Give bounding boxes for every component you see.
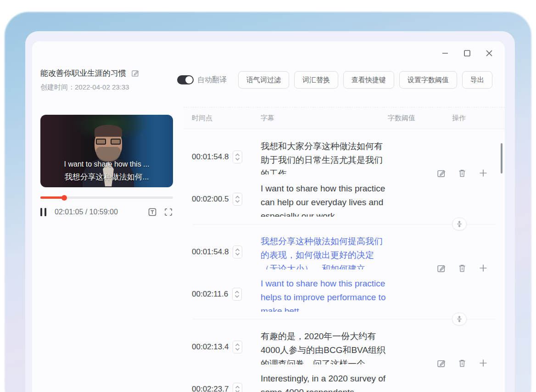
timestamp-stepper[interactable] — [233, 341, 242, 353]
subtitle-pair-group: 00:02:13.4 有趣的是，2020年一份大约有4000人参与的由BCG和B… — [184, 319, 505, 392]
header-word-threshold: 字数阈值 — [388, 114, 452, 123]
edit-subtitle-button[interactable] — [436, 358, 446, 368]
filler-word-filter-button[interactable]: 语气词过滤 — [238, 71, 289, 89]
window-controls — [440, 48, 495, 59]
subtitle-text[interactable]: Interestingly, in a 2020 survey of some … — [261, 372, 388, 392]
header-timepoint: 时间点 — [192, 114, 261, 123]
close-button[interactable] — [484, 48, 495, 59]
add-subtitle-button[interactable] — [478, 263, 488, 273]
auto-translate-label: 自动翻译 — [197, 75, 227, 85]
timestamp-stepper[interactable] — [233, 246, 242, 258]
timestamp-cell: 00:01:54.8 — [192, 235, 261, 269]
timestamp-value: 00:01:54.8 — [192, 152, 229, 162]
window-header: 能改善你职业生涯的习惯 创建时间：2022-04-02 23:33 自动翻译 语… — [40, 68, 492, 92]
subtitle-text[interactable]: 我想和大家分享这种做法如何有助于我们的日常生活尤其是我们的工作 — [261, 140, 388, 174]
subtitle-text[interactable]: 我想分享这种做法如何提高我们的表现，如何做出更好的决定（无论大小），和如何建立 — [261, 235, 388, 269]
player-panel: I want to share how this ... 我想分享这种做法如何.… — [32, 107, 184, 392]
subtitle-text[interactable]: I want to share how this practice helps … — [261, 277, 388, 312]
delete-subtitle-button[interactable] — [458, 168, 467, 178]
subtitle-text-cell: I want to share how this practice can he… — [261, 182, 388, 217]
timestamp-value: 00:02:13.4 — [192, 342, 229, 352]
auto-translate-toggle[interactable] — [177, 75, 194, 84]
subtitle-pair-group: 00:01:54.8 我想和大家分享这种做法如何有助于我们的日常生活尤其是我们的… — [184, 129, 505, 224]
player-controls: 02:01:05 / 10:59:00 — [40, 207, 173, 217]
delete-subtitle-button[interactable] — [458, 263, 467, 273]
video-subtitle-overlay: I want to share how this ... 我想分享这种做法如何.… — [40, 158, 173, 184]
subtitle-text-cell: Interestingly, in a 2020 survey of some … — [261, 372, 388, 392]
timestamp-value: 00:02:11.6 — [192, 290, 228, 299]
timestamp-cell: 00:02:11.6 — [192, 277, 261, 312]
table-header: 时间点 字幕 字数阈值 操作 — [184, 107, 505, 129]
row-actions — [436, 168, 488, 178]
app-window: 能改善你职业生涯的习惯 创建时间：2022-04-02 23:33 自动翻译 语… — [32, 41, 505, 392]
title-block: 能改善你职业生涯的习惯 创建时间：2022-04-02 23:33 — [40, 68, 140, 92]
minimize-button[interactable] — [440, 48, 451, 59]
add-subtitle-button[interactable] — [478, 358, 488, 368]
subtitle-row: 00:02:11.6 I want to share how this prac… — [184, 277, 505, 312]
set-word-threshold-button[interactable]: 设置字数阈值 — [399, 71, 457, 89]
timestamp-stepper[interactable] — [232, 288, 242, 301]
maximize-button[interactable] — [462, 48, 473, 59]
subtitle-text[interactable]: I want to share how this practice can he… — [261, 182, 388, 217]
video-preview[interactable]: I want to share how this ... 我想分享这种做法如何.… — [40, 115, 173, 187]
vocabulary-replace-button[interactable]: 词汇替换 — [294, 71, 338, 89]
auto-translate-control: 自动翻译 — [177, 75, 227, 85]
edit-subtitle-button[interactable] — [436, 168, 446, 178]
scrollbar-thumb[interactable] — [501, 143, 502, 174]
pause-button[interactable] — [40, 208, 46, 216]
timestamp-stepper[interactable] — [233, 151, 242, 163]
subtitle-table: 时间点 字幕 字数阈值 操作 00:01:54.8 我想和大家分享这种做法如何有… — [184, 107, 505, 392]
timestamp-value: 00:02:00.5 — [192, 195, 229, 204]
timestamp-stepper[interactable] — [233, 193, 242, 206]
timestamp-cell: 00:02:00.5 — [192, 182, 261, 217]
add-subtitle-button[interactable] — [478, 168, 488, 178]
toggle-knob — [185, 76, 193, 84]
row-actions — [436, 358, 488, 368]
row-actions — [436, 263, 488, 273]
header-subtitle: 字幕 — [261, 114, 388, 123]
subtitle-row: 00:02:00.5 I want to share how this prac… — [184, 182, 505, 217]
timestamp-value: 00:01:54.8 — [192, 247, 229, 257]
page-background: 能改善你职业生涯的习惯 创建时间：2022-04-02 23:33 自动翻译 语… — [0, 0, 536, 392]
view-shortcuts-button[interactable]: 查看快捷键 — [343, 71, 394, 89]
edit-title-icon[interactable] — [131, 69, 140, 78]
subtitle-text-cell: I want to share how this practice helps … — [261, 277, 388, 312]
main-content: I want to share how this ... 我想分享这种做法如何.… — [32, 107, 505, 392]
subtitle-text-cell: 有趣的是，2020年一份大约有4000人参与的由BCG和BVA组织的调查问卷，问… — [261, 330, 388, 364]
progress-fill — [40, 196, 64, 199]
timestamp-cell: 00:02:13.4 — [192, 330, 261, 364]
edit-subtitle-button[interactable] — [436, 263, 446, 273]
created-time: 创建时间：2022-04-02 23:33 — [40, 83, 140, 92]
export-button[interactable]: 导出 — [462, 71, 492, 89]
toolbar: 自动翻译 语气词过滤 词汇替换 查看快捷键 设置字数阈值 导出 — [177, 71, 492, 89]
subtitle-pair-group: 00:01:54.8 我想分享这种做法如何提高我们的表现，如何做出更好的决定（无… — [184, 224, 505, 319]
timestamp-stepper[interactable] — [233, 383, 242, 392]
subtitle-text-cell: 我想分享这种做法如何提高我们的表现，如何做出更好的决定（无论大小），和如何建立 — [261, 235, 388, 269]
playback-time: 02:01:05 / 10:59:00 — [55, 208, 118, 216]
progress-handle[interactable] — [61, 195, 67, 201]
progress-bar[interactable] — [40, 196, 173, 199]
subtitle-text-cell: 我想和大家分享这种做法如何有助于我们的日常生活尤其是我们的工作 — [261, 140, 388, 174]
video-subtitle-zh: 我想分享这种做法如何... — [40, 170, 173, 184]
delete-subtitle-button[interactable] — [458, 358, 467, 368]
subtitle-display-icon[interactable] — [148, 207, 157, 217]
timestamp-cell: 00:02:23.7 — [192, 372, 261, 392]
timestamp-value: 00:02:23.7 — [192, 385, 229, 392]
subtitle-list: 00:01:54.8 我想和大家分享这种做法如何有助于我们的日常生活尤其是我们的… — [184, 129, 505, 392]
timestamp-cell: 00:01:54.8 — [192, 140, 261, 174]
fullscreen-icon[interactable] — [164, 207, 173, 217]
page-title: 能改善你职业生涯的习惯 — [40, 68, 126, 78]
video-subtitle-en: I want to share how this ... — [40, 158, 173, 170]
header-actions: 操作 — [452, 114, 466, 123]
subtitle-text[interactable]: 有趣的是，2020年一份大约有4000人参与的由BCG和BVA组织的调查问卷，问… — [261, 330, 388, 364]
subtitle-row: 00:02:23.7 Interestingly, in a 2020 surv… — [184, 372, 505, 392]
